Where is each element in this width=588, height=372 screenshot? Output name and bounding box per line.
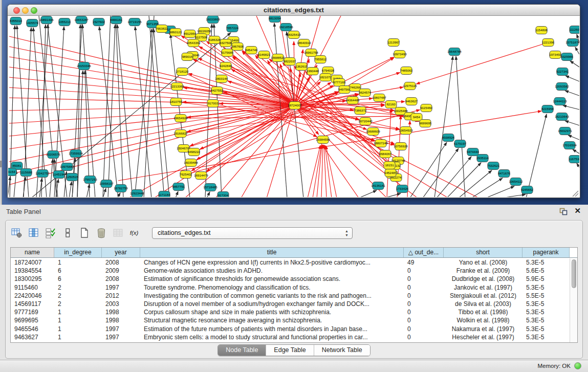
- table-cell[interactable]: 0: [404, 300, 444, 308]
- network-node[interactable]: 3624574: [359, 89, 372, 97]
- network-node[interactable]: 2718120: [176, 68, 189, 76]
- memory-status-indicator[interactable]: [574, 362, 581, 369]
- table-cell[interactable]: 22420046: [11, 292, 54, 300]
- column-header-name[interactable]: name: [11, 248, 54, 257]
- table-cell[interactable]: 0: [404, 333, 444, 341]
- network-node[interactable]: 9227341: [556, 68, 569, 76]
- network-node[interactable]: 18807249: [374, 140, 388, 147]
- table-row[interactable]: 969969511998Structural magnetic resonanc…: [11, 316, 577, 324]
- table-cell[interactable]: Dudbridge et al. (2008): [444, 275, 522, 283]
- network-node[interactable]: 1145194: [53, 171, 65, 179]
- table-cell[interactable]: 5.3E-5: [522, 333, 570, 341]
- network-node[interactable]: 7857224: [226, 25, 239, 32]
- network-node[interactable]: 20206576: [46, 151, 60, 159]
- network-node[interactable]: 16648784: [447, 48, 462, 56]
- table-cell[interactable]: Wolkin et al. (1998): [444, 316, 522, 324]
- network-node[interactable]: 8471676: [498, 170, 511, 178]
- window-titlebar[interactable]: citations_edges.txt: [8, 5, 580, 16]
- table-cell[interactable]: de Silva et al. (2003): [444, 300, 522, 308]
- table-cell[interactable]: Tourette syndrome. Phenomenology and cla…: [140, 283, 404, 292]
- table-cell[interactable]: Estimation of significance thresholds fo…: [140, 275, 404, 283]
- network-node[interactable]: 1452487: [384, 169, 397, 177]
- edit-columns-icon[interactable]: [43, 226, 57, 240]
- table-cell[interactable]: 9465546: [11, 325, 54, 333]
- network-node[interactable]: 989016: [182, 53, 193, 61]
- network-node[interactable]: 8186328: [208, 36, 221, 44]
- table-cell[interactable]: Investigating the contribution of common…: [140, 292, 404, 300]
- network-node[interactable]: 17359924: [69, 150, 83, 158]
- table-cell[interactable]: Disruption of a novel member of a sodium…: [140, 300, 404, 308]
- rail-handle[interactable]: [0, 161, 2, 167]
- network-node[interactable]: 19654924: [173, 115, 188, 122]
- network-node[interactable]: 9498222: [188, 148, 201, 156]
- network-node[interactable]: 8912954: [184, 30, 197, 38]
- network-node[interactable]: 10973493: [393, 51, 407, 58]
- table-cell[interactable]: 6: [54, 267, 102, 275]
- network-node[interactable]: 18640910: [297, 39, 311, 47]
- create-table-icon[interactable]: [77, 226, 91, 240]
- table-cell[interactable]: 9115460: [11, 283, 54, 292]
- tab-edge-table[interactable]: Edge Table: [266, 345, 314, 356]
- table-cell[interactable]: 5.3E-5: [522, 258, 570, 267]
- network-node[interactable]: 1115688: [20, 169, 32, 177]
- network-node[interactable]: 7485063: [400, 67, 413, 75]
- table-cell[interactable]: 5.3E-5: [522, 283, 570, 292]
- table-cell[interactable]: 49: [404, 258, 444, 267]
- table-cell[interactable]: 5.6E-5: [522, 267, 570, 275]
- network-node[interactable]: 917304: [217, 192, 229, 198]
- network-node[interactable]: 10654112: [509, 178, 523, 186]
- table-cell[interactable]: 9463627: [11, 333, 54, 341]
- network-node[interactable]: 20153346: [77, 62, 91, 70]
- table-cell[interactable]: 1998: [102, 308, 140, 316]
- network-node[interactable]: 16039488: [184, 159, 198, 167]
- table-cell[interactable]: 5.3E-5: [522, 300, 570, 308]
- network-node[interactable]: 12923448: [130, 190, 144, 198]
- network-node[interactable]: 10543362: [186, 39, 201, 47]
- network-node[interactable]: 1821072: [319, 74, 332, 81]
- table-cell[interactable]: Hescheler et al. (1997): [444, 333, 522, 341]
- network-node[interactable]: 9777169: [333, 79, 346, 86]
- table-cell[interactable]: 1997: [102, 283, 140, 292]
- float-window-icon[interactable]: [559, 208, 568, 215]
- column-header-out_de[interactable]: △ out_de...: [404, 248, 444, 257]
- table-cell[interactable]: 5.9E-5: [522, 275, 570, 283]
- table-cell[interactable]: Changes of HCN gene expression and I(f) …: [140, 258, 404, 267]
- network-node[interactable]: 1810755: [170, 98, 183, 106]
- table-cell[interactable]: 18724007: [11, 258, 54, 267]
- network-node[interactable]: 8427552: [211, 87, 224, 95]
- network-node[interactable]: 16033809: [206, 16, 220, 24]
- table-row[interactable]: 946362711997Embryonic stem cells: a mode…: [11, 333, 577, 341]
- network-node[interactable]: 16210643: [555, 113, 569, 121]
- network-node[interactable]: 1250515: [66, 173, 79, 181]
- network-node[interactable]: 7625402: [180, 171, 192, 179]
- table-cell[interactable]: 9699695: [11, 316, 54, 324]
- network-node[interactable]: 24364486: [345, 97, 360, 104]
- network-node[interactable]: 14136141: [371, 182, 385, 190]
- network-node[interactable]: 9115460: [420, 104, 432, 112]
- network-node[interactable]: 1171184: [158, 191, 170, 198]
- table-row[interactable]: 1872400712008Changes of HCN gene express…: [11, 258, 577, 267]
- table-cell[interactable]: 2008: [102, 275, 140, 283]
- network-node[interactable]: 1167534: [569, 156, 579, 163]
- network-node[interactable]: 1733426: [396, 185, 409, 193]
- network-node[interactable]: 1055213: [58, 18, 71, 26]
- network-node[interactable]: 7386372: [354, 107, 367, 115]
- table-cell[interactable]: 0: [404, 292, 444, 300]
- network-node[interactable]: 9857791: [172, 183, 185, 191]
- table-cell[interactable]: Corpus callosum shape and size in male p…: [140, 308, 404, 316]
- network-node[interactable]: 12444113: [553, 98, 567, 105]
- network-node[interactable]: 1213967: [387, 39, 400, 47]
- table-cell[interactable]: 2003: [102, 300, 140, 308]
- table-row[interactable]: 1456911722003Disruption of a novel membe…: [11, 300, 577, 308]
- table-cell[interactable]: 1997: [102, 325, 140, 333]
- network-node[interactable]: 12213363: [170, 83, 184, 91]
- network-node[interactable]: 2867608: [231, 43, 244, 51]
- network-node[interactable]: 9497568: [338, 86, 351, 94]
- table-cell[interactable]: 1997: [102, 333, 140, 341]
- table-row[interactable]: 1938455462009Genome-wide association stu…: [11, 267, 577, 275]
- table-cell[interactable]: Franke et al. (2009): [444, 267, 522, 275]
- network-node[interactable]: 12042757: [35, 170, 50, 178]
- network-node[interactable]: 9463627: [405, 98, 418, 105]
- network-node[interactable]: 1362615: [295, 63, 308, 71]
- table-cell[interactable]: 1: [54, 258, 102, 267]
